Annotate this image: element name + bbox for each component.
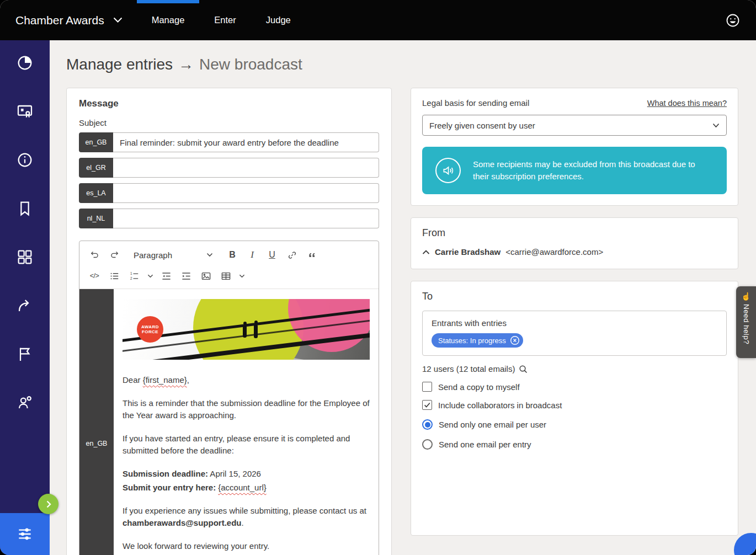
audience-box[interactable]: Entrants with entries Statuses: In progr… (422, 311, 727, 356)
link-button[interactable] (284, 247, 300, 263)
radio-selected (422, 419, 433, 430)
sidebar-item-bookmarks[interactable] (15, 199, 34, 218)
tab-manage[interactable]: Manage (137, 0, 200, 40)
account-menu-button[interactable] (725, 13, 741, 28)
sidebar-item-users[interactable] (15, 393, 34, 412)
sidebar (0, 40, 50, 555)
editor-body: en_GB AWARDFORCE (79, 289, 379, 555)
italic-button[interactable]: I (244, 247, 260, 263)
status-filter-pill[interactable]: Statuses: In progress (432, 333, 523, 348)
one-email-per-user-radio[interactable]: Send only one email per user (422, 419, 727, 430)
email-header-image[interactable]: AWARDFORCE (123, 299, 370, 360)
subscription-notice-text: Some recipients may be excluded from thi… (473, 158, 714, 183)
indent-button[interactable] (178, 268, 194, 284)
table-icon (221, 271, 231, 281)
blockquote-button[interactable] (304, 247, 320, 263)
status-filter-label: Statuses: In progress (438, 337, 506, 345)
undo-button[interactable] (86, 247, 103, 263)
brand-name: Chamber Awards (15, 14, 104, 27)
account-switcher[interactable]: Chamber Awards (15, 14, 123, 27)
radio-unselected (422, 439, 433, 450)
sidebar-expand-button[interactable] (38, 494, 58, 514)
code-view-button[interactable]: </> (86, 268, 103, 284)
checkbox-checked (422, 400, 432, 410)
email-paragraph: If you have started an entry, please ens… (123, 433, 370, 457)
users-icon (16, 394, 34, 412)
bullet-list-button[interactable] (106, 268, 123, 284)
sidebar-item-info[interactable] (15, 151, 34, 169)
to-title: To (422, 291, 727, 302)
insert-table-button[interactable] (217, 268, 234, 284)
subject-input-es-la[interactable] (113, 183, 379, 203)
chevron-right-icon (45, 500, 52, 508)
broadcast-settings-column: Legal basis for sending email What does … (411, 88, 738, 536)
sidebar-item-dashboard[interactable] (15, 54, 34, 72)
chevron-down-icon (147, 273, 153, 279)
redo-icon (109, 250, 120, 260)
support-text: . (242, 518, 244, 527)
one-email-per-user-label: Send only one email per user (439, 420, 546, 429)
subject-row-es-la: es_LA (79, 183, 379, 203)
table-options-caret[interactable] (237, 268, 246, 284)
flag-icon (16, 345, 34, 363)
subject-input-el-gr[interactable] (113, 158, 379, 178)
merge-tag-account-url: {account_url} (218, 483, 267, 492)
tab-enter[interactable]: Enter (199, 0, 251, 40)
pie-chart-icon (16, 54, 34, 72)
sidebar-item-blocks[interactable] (15, 248, 34, 266)
numbered-list-icon: 12 (129, 271, 140, 281)
subject-input-en-gb[interactable] (113, 132, 379, 152)
need-help-tab[interactable]: ☝ Need help? (736, 286, 756, 358)
remove-filter-icon[interactable] (510, 335, 520, 345)
include-collaborators-checkbox[interactable]: Include collaborators in broadcast (422, 400, 727, 410)
sidebar-item-flags[interactable] (15, 345, 34, 364)
send-copy-to-myself-checkbox[interactable]: Send a copy to myself (422, 382, 727, 392)
insert-image-button[interactable] (198, 268, 214, 284)
bullet-list-icon (109, 271, 120, 281)
sidebar-item-workflow[interactable] (15, 296, 34, 315)
sidebar-item-entries[interactable] (15, 102, 34, 121)
outdent-button[interactable] (158, 268, 174, 284)
svg-text:2: 2 (130, 276, 132, 280)
banner-silhouette (254, 324, 258, 338)
legal-basis-select[interactable]: Freely given consent by user (422, 115, 727, 136)
greeting-text: Dear (123, 375, 143, 385)
sliders-icon (16, 525, 34, 543)
outdent-icon (161, 271, 172, 281)
logo-line: FORCE (142, 329, 158, 334)
editor-toolbar: Paragraph B I U </> 12 (79, 241, 379, 289)
redo-button[interactable] (106, 247, 123, 263)
what-does-this-mean-link[interactable]: What does this mean? (647, 99, 727, 108)
email-body-editable[interactable]: AWARDFORCE Dear {first_name}, This is a … (114, 289, 379, 555)
subject-row-nl-nl: nl_NL (79, 209, 379, 228)
one-email-per-entry-label: Send one email per entry (439, 440, 531, 449)
app-window: Chamber Awards Manage Enter Judge (0, 0, 756, 555)
email-paragraph: This is a reminder that the submission d… (123, 397, 370, 421)
paragraph-style-select[interactable]: Paragraph (131, 250, 215, 260)
info-icon (16, 151, 34, 169)
language-tag: nl_NL (79, 209, 113, 228)
forward-arrow-icon (16, 297, 34, 314)
sidebar-item-settings[interactable] (0, 513, 50, 555)
legal-basis-selected-value: Freely given consent by user (429, 121, 535, 130)
underline-button[interactable]: U (264, 247, 280, 263)
search-icon[interactable] (519, 365, 528, 373)
indent-icon (181, 271, 191, 281)
chevron-up-icon[interactable] (422, 249, 430, 255)
tab-judge[interactable]: Judge (251, 0, 306, 40)
subject-input-nl-nl[interactable] (113, 209, 379, 228)
numbered-list-options-caret[interactable] (146, 268, 155, 284)
chevron-down-icon (712, 123, 720, 128)
from-title: From (422, 227, 727, 239)
chevron-down-icon (113, 17, 123, 23)
chevron-down-icon (206, 253, 213, 257)
quote-icon (307, 250, 317, 260)
recipient-count: 12 users (12 total emails) (422, 364, 515, 373)
bold-button[interactable]: B (224, 247, 241, 263)
numbered-list-button[interactable]: 12 (126, 268, 142, 284)
include-collaborators-label: Include collaborators in broadcast (438, 401, 562, 410)
subscription-notice: Some recipients may be excluded from thi… (422, 147, 727, 194)
subject-row-en-gb: en_GB (79, 132, 379, 152)
one-email-per-entry-radio[interactable]: Send one email per entry (422, 439, 727, 450)
deadline-value: April 15, 2026 (208, 469, 261, 478)
